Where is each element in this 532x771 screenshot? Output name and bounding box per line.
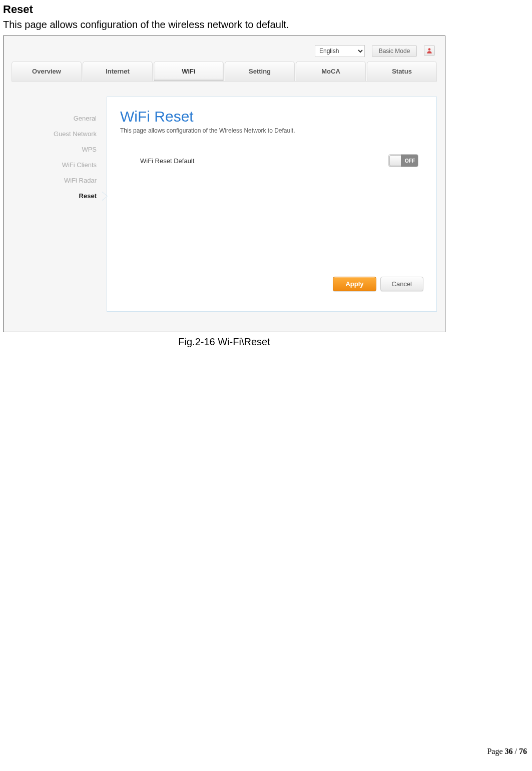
- sidebar-item-guest-network[interactable]: Guest Network: [12, 126, 107, 142]
- cancel-button[interactable]: Cancel: [380, 277, 423, 291]
- apply-button[interactable]: Apply: [333, 277, 376, 291]
- nav-tabs: OverviewInternetWiFiSettingMoCAStatus: [12, 61, 437, 82]
- wifi-reset-toggle[interactable]: OFF: [388, 154, 418, 167]
- button-row: Apply Cancel: [333, 277, 423, 291]
- tab-internet[interactable]: Internet: [83, 61, 153, 81]
- page-sep: /: [513, 747, 519, 755]
- panel-description: This page allows configuration of the Wi…: [120, 127, 423, 134]
- language-select[interactable]: English: [315, 45, 365, 57]
- toggle-state-label: OFF: [405, 158, 415, 164]
- tab-overview[interactable]: Overview: [12, 61, 82, 81]
- toggle-off-background: OFF: [401, 155, 418, 167]
- sidebar-item-general[interactable]: General: [12, 111, 107, 126]
- wifi-reset-label: WiFi Reset Default: [140, 157, 388, 165]
- page-current: 36: [505, 747, 513, 755]
- sidebar-item-wifi-radar[interactable]: WiFi Radar: [12, 173, 107, 188]
- main-panel: WiFi Reset This page allows configuratio…: [107, 97, 437, 312]
- page-label: Page: [487, 747, 504, 755]
- sidebar-item-reset[interactable]: Reset: [12, 188, 107, 204]
- sidebar: GeneralGuest NetworkWPSWiFi ClientsWiFi …: [12, 97, 107, 312]
- tab-moca[interactable]: MoCA: [296, 61, 366, 81]
- svg-point-0: [428, 48, 431, 51]
- figure-caption: Fig.2-16 Wi-Fi\Reset: [3, 332, 445, 352]
- content-area: GeneralGuest NetworkWPSWiFi ClientsWiFi …: [4, 82, 445, 332]
- tab-status[interactable]: Status: [367, 61, 437, 81]
- screenshot-frame: English Basic Mode OverviewInternetWiFiS…: [3, 36, 445, 332]
- page-footer: Page 36 / 76: [487, 747, 527, 756]
- doc-subtitle: This page allows configuration of the wi…: [0, 17, 532, 36]
- page-total: 76: [519, 747, 527, 755]
- basic-mode-button[interactable]: Basic Mode: [372, 45, 417, 57]
- doc-heading: Reset: [0, 0, 532, 17]
- sidebar-item-wifi-clients[interactable]: WiFi Clients: [12, 157, 107, 173]
- tab-wifi[interactable]: WiFi: [154, 61, 224, 81]
- top-bar: English Basic Mode: [4, 36, 445, 61]
- panel-title: WiFi Reset: [120, 108, 423, 125]
- field-row: WiFi Reset Default OFF: [120, 152, 423, 167]
- user-icon[interactable]: [424, 45, 435, 56]
- person-icon: [426, 47, 433, 54]
- sidebar-item-wps[interactable]: WPS: [12, 142, 107, 157]
- tab-setting[interactable]: Setting: [225, 61, 295, 81]
